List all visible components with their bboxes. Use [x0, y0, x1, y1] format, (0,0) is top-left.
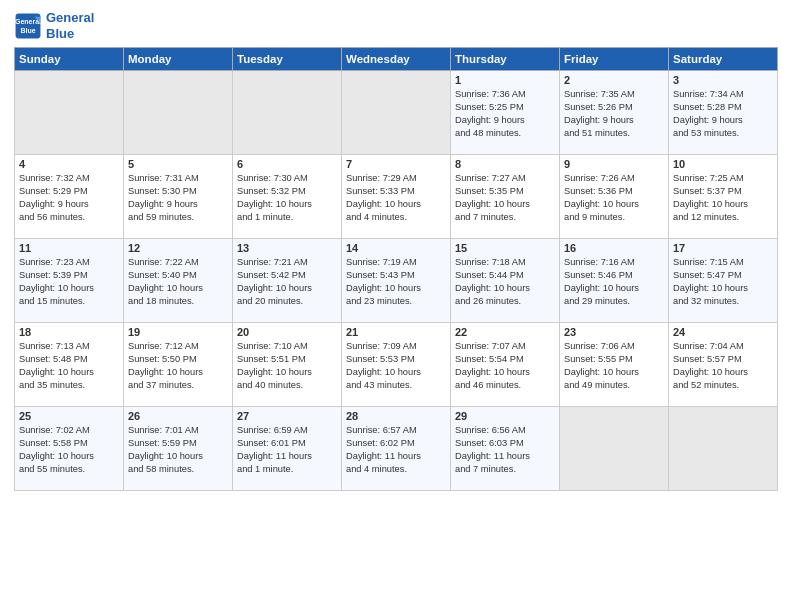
- cell-line: and 58 minutes.: [128, 464, 194, 474]
- day-number: 16: [564, 242, 664, 254]
- col-header-thursday: Thursday: [451, 48, 560, 71]
- day-number: 22: [455, 326, 555, 338]
- cell-line: Sunset: 5:58 PM: [19, 438, 88, 448]
- cell-line: Sunrise: 7:02 AM: [19, 425, 90, 435]
- cell-line: and 26 minutes.: [455, 296, 521, 306]
- cell-line: Sunrise: 7:13 AM: [19, 341, 90, 351]
- header-row: SundayMondayTuesdayWednesdayThursdayFrid…: [15, 48, 778, 71]
- day-number: 5: [128, 158, 228, 170]
- col-header-saturday: Saturday: [669, 48, 778, 71]
- cell-line: and 29 minutes.: [564, 296, 630, 306]
- cell-line: Sunrise: 7:15 AM: [673, 257, 744, 267]
- day-number: 3: [673, 74, 773, 86]
- day-number: 2: [564, 74, 664, 86]
- calendar-cell: 19Sunrise: 7:12 AMSunset: 5:50 PMDayligh…: [124, 323, 233, 407]
- cell-line: and 1 minute.: [237, 464, 293, 474]
- cell-line: Daylight: 10 hours: [455, 367, 530, 377]
- calendar-table: SundayMondayTuesdayWednesdayThursdayFrid…: [14, 47, 778, 491]
- calendar-cell: 8Sunrise: 7:27 AMSunset: 5:35 PMDaylight…: [451, 155, 560, 239]
- cell-content: Sunrise: 6:56 AMSunset: 6:03 PMDaylight:…: [455, 424, 555, 476]
- cell-content: Sunrise: 7:02 AMSunset: 5:58 PMDaylight:…: [19, 424, 119, 476]
- cell-line: Daylight: 10 hours: [237, 199, 312, 209]
- day-number: 1: [455, 74, 555, 86]
- day-number: 21: [346, 326, 446, 338]
- cell-line: Sunset: 5:36 PM: [564, 186, 633, 196]
- calendar-cell: 17Sunrise: 7:15 AMSunset: 5:47 PMDayligh…: [669, 239, 778, 323]
- cell-content: Sunrise: 6:59 AMSunset: 6:01 PMDaylight:…: [237, 424, 337, 476]
- cell-line: and 7 minutes.: [455, 212, 516, 222]
- logo-icon: General Blue: [14, 12, 42, 40]
- col-header-sunday: Sunday: [15, 48, 124, 71]
- calendar-cell: 22Sunrise: 7:07 AMSunset: 5:54 PMDayligh…: [451, 323, 560, 407]
- cell-line: Daylight: 10 hours: [19, 451, 94, 461]
- day-number: 8: [455, 158, 555, 170]
- cell-line: Daylight: 9 hours: [673, 115, 743, 125]
- cell-line: Sunrise: 7:06 AM: [564, 341, 635, 351]
- cell-line: and 15 minutes.: [19, 296, 85, 306]
- cell-line: Sunset: 5:46 PM: [564, 270, 633, 280]
- cell-line: Daylight: 10 hours: [19, 367, 94, 377]
- cell-content: Sunrise: 7:23 AMSunset: 5:39 PMDaylight:…: [19, 256, 119, 308]
- cell-line: and 51 minutes.: [564, 128, 630, 138]
- cell-line: Sunset: 6:01 PM: [237, 438, 306, 448]
- cell-content: Sunrise: 7:35 AMSunset: 5:26 PMDaylight:…: [564, 88, 664, 140]
- cell-line: Daylight: 10 hours: [128, 451, 203, 461]
- cell-line: Sunset: 5:53 PM: [346, 354, 415, 364]
- calendar-cell: 29Sunrise: 6:56 AMSunset: 6:03 PMDayligh…: [451, 407, 560, 491]
- col-header-tuesday: Tuesday: [233, 48, 342, 71]
- cell-content: Sunrise: 7:01 AMSunset: 5:59 PMDaylight:…: [128, 424, 228, 476]
- header: General Blue General Blue: [14, 10, 778, 41]
- calendar-cell: [15, 71, 124, 155]
- cell-line: and 55 minutes.: [19, 464, 85, 474]
- day-number: 13: [237, 242, 337, 254]
- day-number: 27: [237, 410, 337, 422]
- cell-line: and 49 minutes.: [564, 380, 630, 390]
- day-number: 10: [673, 158, 773, 170]
- cell-content: Sunrise: 7:30 AMSunset: 5:32 PMDaylight:…: [237, 172, 337, 224]
- day-number: 25: [19, 410, 119, 422]
- calendar-cell: 7Sunrise: 7:29 AMSunset: 5:33 PMDaylight…: [342, 155, 451, 239]
- cell-line: Sunrise: 7:35 AM: [564, 89, 635, 99]
- col-header-monday: Monday: [124, 48, 233, 71]
- cell-line: Sunrise: 7:29 AM: [346, 173, 417, 183]
- cell-line: Daylight: 10 hours: [564, 283, 639, 293]
- week-row-3: 11Sunrise: 7:23 AMSunset: 5:39 PMDayligh…: [15, 239, 778, 323]
- cell-content: Sunrise: 7:22 AMSunset: 5:40 PMDaylight:…: [128, 256, 228, 308]
- cell-line: Sunrise: 7:19 AM: [346, 257, 417, 267]
- day-number: 26: [128, 410, 228, 422]
- cell-line: and 59 minutes.: [128, 212, 194, 222]
- cell-line: Sunset: 5:33 PM: [346, 186, 415, 196]
- cell-line: Daylight: 10 hours: [673, 283, 748, 293]
- cell-line: and 4 minutes.: [346, 212, 407, 222]
- cell-line: Sunrise: 7:34 AM: [673, 89, 744, 99]
- cell-content: Sunrise: 7:18 AMSunset: 5:44 PMDaylight:…: [455, 256, 555, 308]
- cell-line: Sunrise: 7:04 AM: [673, 341, 744, 351]
- cell-content: Sunrise: 7:16 AMSunset: 5:46 PMDaylight:…: [564, 256, 664, 308]
- cell-line: and 46 minutes.: [455, 380, 521, 390]
- calendar-cell: 18Sunrise: 7:13 AMSunset: 5:48 PMDayligh…: [15, 323, 124, 407]
- calendar-cell: 26Sunrise: 7:01 AMSunset: 5:59 PMDayligh…: [124, 407, 233, 491]
- calendar-cell: 25Sunrise: 7:02 AMSunset: 5:58 PMDayligh…: [15, 407, 124, 491]
- calendar-cell: 20Sunrise: 7:10 AMSunset: 5:51 PMDayligh…: [233, 323, 342, 407]
- cell-line: Sunset: 5:43 PM: [346, 270, 415, 280]
- cell-line: Daylight: 10 hours: [346, 367, 421, 377]
- day-number: 14: [346, 242, 446, 254]
- cell-line: Sunset: 5:48 PM: [19, 354, 88, 364]
- cell-line: Daylight: 9 hours: [455, 115, 525, 125]
- cell-line: Sunrise: 7:07 AM: [455, 341, 526, 351]
- day-number: 11: [19, 242, 119, 254]
- calendar-cell: [233, 71, 342, 155]
- cell-line: Sunrise: 7:01 AM: [128, 425, 199, 435]
- cell-content: Sunrise: 7:21 AMSunset: 5:42 PMDaylight:…: [237, 256, 337, 308]
- calendar-cell: 13Sunrise: 7:21 AMSunset: 5:42 PMDayligh…: [233, 239, 342, 323]
- cell-line: Daylight: 10 hours: [564, 199, 639, 209]
- cell-content: Sunrise: 7:31 AMSunset: 5:30 PMDaylight:…: [128, 172, 228, 224]
- cell-line: Sunset: 5:40 PM: [128, 270, 197, 280]
- cell-line: and 4 minutes.: [346, 464, 407, 474]
- cell-line: Sunset: 6:02 PM: [346, 438, 415, 448]
- calendar-cell: 11Sunrise: 7:23 AMSunset: 5:39 PMDayligh…: [15, 239, 124, 323]
- cell-line: and 12 minutes.: [673, 212, 739, 222]
- cell-content: Sunrise: 7:04 AMSunset: 5:57 PMDaylight:…: [673, 340, 773, 392]
- cell-content: Sunrise: 7:26 AMSunset: 5:36 PMDaylight:…: [564, 172, 664, 224]
- calendar-cell: 2Sunrise: 7:35 AMSunset: 5:26 PMDaylight…: [560, 71, 669, 155]
